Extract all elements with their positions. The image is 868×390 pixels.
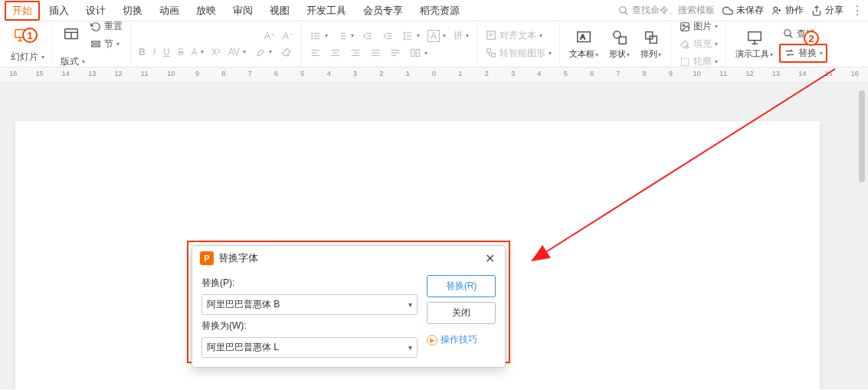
ruler-tick: 13 [88, 70, 96, 77]
ruler-tick: 3 [353, 70, 357, 77]
chevron-down-icon: ▾ [539, 32, 542, 39]
ruler-tick: 12 [114, 70, 122, 77]
section-button[interactable]: 节▾ [87, 36, 126, 52]
superscript-button[interactable]: X² [208, 45, 224, 59]
text-direction-button[interactable]: A▾ [424, 28, 449, 44]
increase-font-button[interactable]: A⁺ [261, 29, 278, 43]
dialog-close-button[interactable]: ✕ [482, 251, 497, 266]
align-distribute-icon [389, 47, 401, 59]
bullet-list-button[interactable]: ▾ [306, 28, 331, 44]
menu-review[interactable]: 审阅 [225, 1, 260, 21]
align-distribute-button[interactable] [386, 45, 405, 61]
ruler-tick: 11 [141, 70, 149, 77]
eraser-icon [280, 46, 292, 58]
menu-insert[interactable]: 插入 [41, 1, 77, 21]
ruler-tick: 14 [798, 70, 806, 77]
layout-button[interactable] [57, 23, 85, 48]
spacing-button[interactable]: AV▾ [225, 45, 249, 59]
decrease-font-button[interactable]: A⁻ [280, 29, 296, 43]
convert-smart-button[interactable]: 转智能图形▾ [482, 45, 555, 61]
menu-design[interactable]: 设计 [78, 1, 113, 21]
font-color-button[interactable]: A▾ [188, 45, 207, 59]
ribbon-group-font: A⁺ A⁻ B I U S A▾ X² AV▾ ▾ [131, 23, 302, 65]
highlight-button[interactable]: ▾ [251, 44, 275, 60]
align-justify-button[interactable] [366, 45, 385, 61]
svg-rect-54 [487, 49, 491, 53]
menu-slideshow[interactable]: 放映 [188, 1, 224, 21]
shape-button[interactable]: 形状▾ [604, 25, 634, 63]
picture-button[interactable]: 图片▾ [676, 18, 721, 34]
chevron-down-icon: ▾ [82, 58, 85, 65]
scrollbar-thumb[interactable] [859, 90, 865, 182]
textbox-button[interactable]: A 文本框▾ [565, 25, 603, 63]
font-size-select[interactable] [229, 31, 260, 41]
indent-dec-button[interactable] [359, 28, 377, 44]
replace-font-select[interactable]: 阿里巴巴普惠体 B ▾ [201, 294, 418, 315]
menu-vip[interactable]: 会员专享 [355, 1, 411, 21]
clear-format-button[interactable] [277, 44, 295, 60]
menu-view[interactable]: 视图 [262, 1, 297, 21]
ruler-tick: 8 [643, 70, 647, 77]
command-search[interactable]: 查找命令、搜索模板 [618, 4, 715, 17]
menu-resource[interactable]: 稻壳资源 [412, 1, 467, 21]
present-tool-button[interactable]: 演示工具▾ [731, 25, 778, 63]
superscript-icon: X² [211, 47, 221, 57]
indent-inc-button[interactable] [378, 28, 397, 44]
chevron-down-icon: ▾ [715, 41, 718, 48]
underline-button[interactable]: U [160, 45, 173, 59]
bold-button[interactable]: B [136, 45, 149, 59]
svg-point-65 [683, 25, 684, 26]
with-font-select[interactable]: 阿里巴巴普惠体 L ▾ [201, 337, 418, 358]
svg-rect-15 [92, 44, 100, 46]
tips-icon: ▶ [427, 335, 437, 346]
arrange-button[interactable]: 排列▾ [636, 25, 666, 63]
ruby-button[interactable]: 拼▾ [450, 28, 472, 44]
save-status-label: 未保存 [736, 4, 764, 17]
present-tool-icon [745, 28, 764, 47]
font-name-select[interactable] [136, 31, 228, 41]
svg-rect-50 [416, 49, 419, 56]
callout-badge-1: 1 [22, 28, 38, 43]
align-center-button[interactable] [326, 45, 345, 61]
textbox-icon: A [575, 28, 593, 47]
dialog-replace-button[interactable]: 替换(R) [427, 275, 496, 297]
search-icon [618, 5, 629, 16]
svg-rect-55 [492, 54, 496, 57]
slide-dropdown[interactable]: 幻灯片▾ [8, 49, 47, 65]
vertical-scrollbar[interactable] [857, 83, 866, 389]
align-left-button[interactable] [306, 45, 325, 61]
dialog-title: 替换字体 [218, 251, 477, 265]
reset-button[interactable]: 重置 [87, 18, 126, 34]
arrange-label: 排列 [640, 49, 657, 58]
fill-icon [679, 38, 691, 51]
indent-increase-icon [382, 30, 394, 42]
search-placeholder: 查找命令、搜索模板 [632, 4, 715, 17]
svg-rect-67 [748, 32, 761, 41]
menu-transition[interactable]: 切换 [115, 1, 150, 21]
more-menu[interactable]: ⋮ [851, 3, 863, 18]
replace-button[interactable]: 替换▾ [779, 44, 827, 63]
dialog-header[interactable]: P 替换字体 ✕ [192, 246, 505, 270]
fill-button[interactable]: 填充▾ [676, 36, 721, 52]
dialog-close-text-button[interactable]: 关闭 [427, 302, 496, 324]
menu-dev[interactable]: 开发工具 [299, 1, 354, 21]
ruler-tick: 9 [195, 70, 199, 77]
number-list-button[interactable]: ▾ [332, 28, 357, 44]
menu-start[interactable]: 开始 [5, 1, 40, 21]
share-button[interactable]: 分享 [811, 4, 843, 17]
menu-animation[interactable]: 动画 [152, 1, 187, 21]
align-text-button[interactable]: 对齐文本▾ [482, 28, 555, 44]
chevron-down-icon: ▾ [820, 50, 823, 57]
save-status[interactable]: 未保存 [722, 4, 764, 17]
slide-label: 幻灯片 [11, 51, 38, 64]
align-right-button[interactable] [346, 45, 365, 61]
ribbon-group-align: 对齐文本▾ 转智能图形▾ [477, 23, 560, 65]
collab-button[interactable]: 协作 [771, 4, 804, 17]
columns-button[interactable]: ▾ [406, 45, 431, 61]
font-decrease-icon: A⁻ [283, 31, 293, 41]
strike-button[interactable]: S [175, 45, 187, 59]
line-spacing-button[interactable]: ▾ [398, 28, 423, 44]
italic-button[interactable]: I [150, 45, 159, 59]
find-icon [782, 28, 794, 40]
tips-link[interactable]: ▶ 操作技巧 [427, 333, 496, 346]
